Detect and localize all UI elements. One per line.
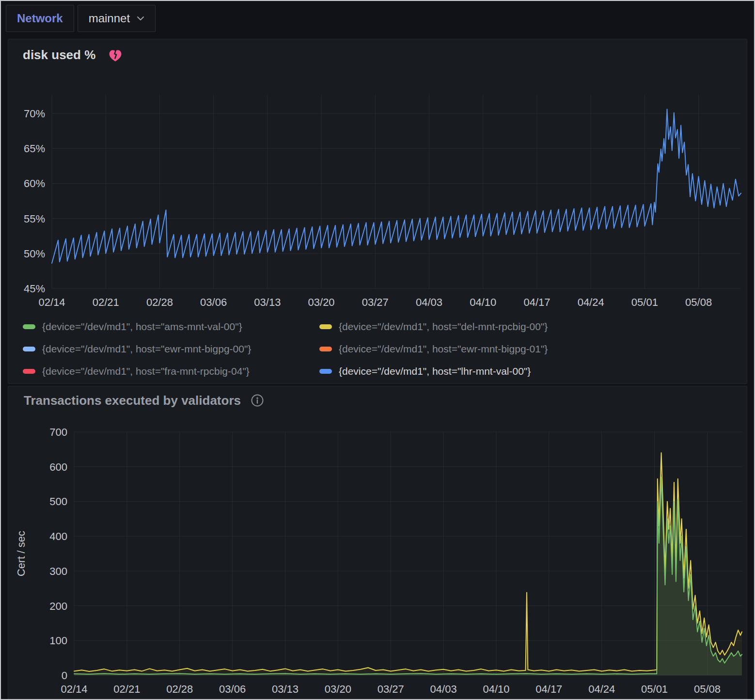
legend-swatch xyxy=(23,347,35,351)
legend-swatch xyxy=(319,347,332,351)
disk-used-chart[interactable]: 45%50%55%60%65%70%02/1402/2102/2803/0603… xyxy=(8,64,750,313)
y-tick-label: 100 xyxy=(49,635,67,647)
legend-label[interactable]: {device="/dev/md1", host="lhr-mnt-val-00… xyxy=(339,366,531,377)
y-axis-title: Cert / sec xyxy=(15,531,27,576)
x-tick-label: 04/24 xyxy=(578,296,604,308)
network-variable-label-box: Network xyxy=(6,5,74,32)
y-tick-label: 500 xyxy=(49,495,67,508)
legend-label[interactable]: {device="/dev/md1", host="del-mnt-rpcbig… xyxy=(339,321,548,333)
y-tick-label: 0 xyxy=(62,669,67,682)
legend-item[interactable]: {device="/dev/md1", host="ewr-mnt-bigpg-… xyxy=(23,338,319,360)
info-icon[interactable] xyxy=(251,394,264,407)
x-tick-label: 03/27 xyxy=(378,683,404,695)
disk-used-legend: {device="/dev/md1", host="ams-mnt-val-00… xyxy=(23,316,747,382)
grafana-dashboard: Network mainnet disk used % 45%50%55%60%… xyxy=(0,0,755,700)
x-tick-label: 02/21 xyxy=(113,683,140,695)
legend-label[interactable]: {device="/dev/md1", host="ewr-mnt-bigpg-… xyxy=(339,343,548,355)
y-tick-label: 45% xyxy=(24,283,45,295)
x-tick-label: 05/01 xyxy=(631,296,658,308)
x-tick-label: 04/03 xyxy=(430,683,457,695)
y-tick-label: 65% xyxy=(24,143,45,155)
y-tick-label: 400 xyxy=(49,530,67,542)
x-tick-label: 03/06 xyxy=(200,296,227,308)
network-variable-value[interactable]: mainnet xyxy=(89,12,130,25)
x-tick-label: 02/14 xyxy=(38,296,65,308)
series-area xyxy=(74,453,742,675)
panel-title-disk-used[interactable]: disk used % xyxy=(23,48,95,63)
series-area xyxy=(74,477,742,675)
legend-swatch xyxy=(319,324,332,329)
series-line xyxy=(74,477,742,674)
x-tick-label: 02/28 xyxy=(146,296,173,308)
y-tick-label: 50% xyxy=(24,248,45,260)
legend-label[interactable]: {device="/dev/md1", host="ams-mnt-val-00… xyxy=(42,321,242,333)
legend-item[interactable]: {device="/dev/md1", host="del-mnt-rpcbig… xyxy=(319,316,747,338)
x-tick-label: 04/10 xyxy=(470,296,496,308)
x-tick-label: 03/20 xyxy=(308,296,335,308)
x-tick-label: 02/14 xyxy=(61,683,87,695)
x-tick-label: 04/17 xyxy=(523,296,550,308)
x-tick-label: 04/24 xyxy=(588,683,615,695)
panel-title-transactions[interactable]: Transactions executed by validators xyxy=(24,393,241,408)
x-tick-label: 05/08 xyxy=(694,683,721,695)
y-tick-label: 200 xyxy=(49,600,67,612)
y-tick-label: 55% xyxy=(24,213,45,225)
network-variable-dropdown[interactable]: mainnet xyxy=(78,5,156,32)
x-tick-label: 04/10 xyxy=(483,683,509,695)
legend-item[interactable]: {device="/dev/md1", host="ewr-mnt-bigpg-… xyxy=(319,338,747,360)
x-tick-label: 02/21 xyxy=(93,296,119,308)
x-tick-label: 04/17 xyxy=(535,683,562,695)
legend-label[interactable]: {device="/dev/md1", host="fra-mnt-rpcbig… xyxy=(42,366,250,377)
legend-swatch xyxy=(319,369,332,374)
y-tick-label: 600 xyxy=(49,461,67,473)
legend-item[interactable]: {device="/dev/md1", host="ams-mnt-val-00… xyxy=(23,316,319,338)
series-line xyxy=(74,453,742,671)
legend-item[interactable]: {device="/dev/md1", host="lhr-mnt-val-00… xyxy=(319,360,747,382)
panel-disk-used: disk used % 45%50%55%60%65%70%02/1402/21… xyxy=(8,39,747,384)
legend-swatch xyxy=(23,369,35,374)
x-tick-label: 03/27 xyxy=(362,296,389,308)
x-tick-label: 03/13 xyxy=(254,296,281,308)
y-tick-label: 700 xyxy=(49,426,67,438)
legend-swatch xyxy=(23,324,35,329)
transactions-chart[interactable]: Cert / sec 010020030040050060070002/1402… xyxy=(8,409,750,700)
y-tick-label: 70% xyxy=(24,108,45,120)
x-tick-label: 05/08 xyxy=(685,296,712,308)
legend-item[interactable]: {device="/dev/md1", host="fra-mnt-rpcbig… xyxy=(23,360,319,382)
broken-heart-icon xyxy=(107,48,124,63)
variable-bar: Network mainnet xyxy=(1,1,754,36)
y-tick-label: 300 xyxy=(49,565,67,577)
panel-transactions: Transactions executed by validators Cert… xyxy=(8,386,747,700)
x-tick-label: 02/28 xyxy=(166,683,193,695)
x-tick-label: 05/01 xyxy=(641,683,668,695)
series-line xyxy=(52,109,741,263)
x-tick-label: 03/13 xyxy=(272,683,299,695)
chevron-down-icon xyxy=(137,16,144,21)
legend-label[interactable]: {device="/dev/md1", host="ewr-mnt-bigpg-… xyxy=(42,343,251,355)
x-tick-label: 04/03 xyxy=(416,296,442,308)
network-variable-label: Network xyxy=(17,12,63,25)
x-tick-label: 03/06 xyxy=(219,683,246,695)
x-tick-label: 03/20 xyxy=(325,683,351,695)
y-tick-label: 60% xyxy=(24,177,45,190)
